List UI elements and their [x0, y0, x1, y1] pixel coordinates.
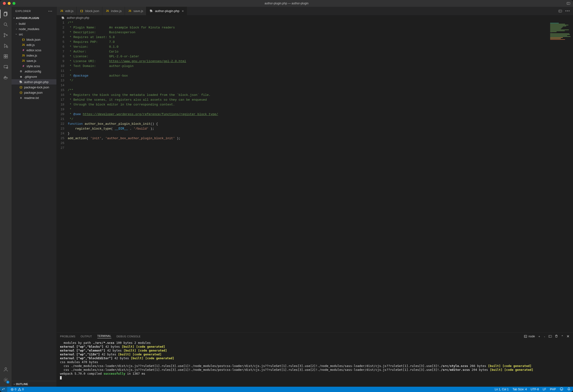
- terminal-shell-label[interactable]: node: [524, 335, 535, 338]
- status-eol[interactable]: LF: [543, 388, 546, 391]
- tree-item-label: package.json: [24, 91, 56, 94]
- svg-rect-12: [6, 57, 7, 58]
- window-close-button[interactable]: [3, 2, 6, 5]
- terminal-dropdown-icon[interactable]: ⌄: [544, 335, 546, 338]
- window-minimize-button[interactable]: [8, 2, 11, 5]
- close-panel-icon[interactable]: ✕: [567, 334, 570, 339]
- tree-item-label: edit.js: [27, 43, 56, 47]
- tree-folder[interactable]: ›node_modules: [12, 26, 56, 32]
- tree-file[interactable]: ≡readme.txt: [12, 95, 56, 101]
- status-feedback-icon[interactable]: [560, 387, 563, 392]
- chevron-icon: ›: [15, 27, 18, 30]
- tree-item-label: build: [19, 22, 56, 26]
- svg-point-6: [6, 35, 7, 36]
- svg-point-23: [560, 388, 563, 390]
- tree-file[interactable]: 🐘author-plugin.php: [12, 79, 56, 85]
- breadcrumb-file: author-plugin.php: [67, 16, 89, 19]
- activity-settings[interactable]: 1: [0, 375, 12, 385]
- maximize-panel-icon[interactable]: ⌃: [561, 335, 564, 338]
- svg-rect-21: [524, 335, 527, 337]
- tab-label: author-plugin.php: [155, 9, 179, 13]
- status-tab-size[interactable]: Tab Size: 4: [513, 388, 527, 391]
- activity-search[interactable]: [0, 19, 12, 30]
- editor-tab[interactable]: JSindex.js: [102, 7, 125, 15]
- editor-tab[interactable]: 🐘author-plugin.php×: [146, 7, 187, 15]
- chevron-icon: ›: [15, 33, 18, 36]
- tree-file[interactable]: #editor.scss: [12, 48, 56, 53]
- svg-point-8: [6, 47, 8, 48]
- tab-output[interactable]: OUTPUT: [81, 335, 92, 338]
- tree-file[interactable]: ◆.gitignore: [12, 74, 56, 79]
- status-language[interactable]: PHP: [550, 388, 556, 391]
- tree-file[interactable]: {}package.json: [12, 90, 56, 95]
- kill-terminal-icon[interactable]: [555, 334, 558, 339]
- svg-rect-16: [5, 77, 5, 78]
- svg-point-4: [4, 33, 5, 34]
- status-notifications-icon[interactable]: [567, 387, 571, 392]
- svg-rect-9: [4, 55, 5, 56]
- svg-rect-15: [4, 77, 5, 78]
- svg-rect-1: [4, 13, 7, 16]
- tree-folder[interactable]: ›build: [12, 21, 56, 26]
- tree-file[interactable]: ⚙.editorconfig: [12, 69, 56, 74]
- new-terminal-icon[interactable]: ＋: [538, 334, 541, 339]
- terminal-output[interactable]: modules by path ./src/*.scss 100 bytes 2…: [57, 340, 573, 387]
- layout-control-icon[interactable]: [567, 2, 570, 5]
- breadcrumbs[interactable]: 🐘 author-plugin.php: [57, 15, 573, 20]
- svg-line-3: [6, 25, 8, 27]
- status-line-col[interactable]: Ln 1, Col 1: [495, 388, 509, 391]
- tree-file[interactable]: JSsave.js: [12, 58, 56, 63]
- activity-run-debug[interactable]: [0, 40, 12, 51]
- status-encoding[interactable]: UTF-8: [531, 388, 539, 391]
- split-editor-icon[interactable]: [558, 10, 562, 12]
- panel-tabs: PROBLEMS OUTPUT TERMINAL DEBUG CONSOLE n…: [57, 333, 573, 340]
- editor-tab[interactable]: {}block.json: [77, 7, 102, 15]
- activity-accounts[interactable]: [0, 364, 12, 375]
- tab-close-icon[interactable]: ×: [182, 9, 184, 13]
- explorer-more-icon[interactable]: •••: [48, 10, 53, 13]
- activity-remote-explorer[interactable]: [0, 62, 12, 72]
- remote-window-button[interactable]: [0, 387, 7, 392]
- activity-explorer[interactable]: [0, 9, 12, 19]
- tab-label: save.js: [133, 9, 143, 13]
- outline-section-header[interactable]: › OUTLINE: [12, 381, 56, 387]
- editor-more-icon[interactable]: •••: [565, 9, 570, 13]
- php-icon: 🐘: [61, 16, 65, 19]
- code-editor[interactable]: 1234567891011121314151617181920212223242…: [57, 20, 573, 333]
- tab-terminal[interactable]: TERMINAL: [97, 334, 111, 338]
- outline-title: OUTLINE: [16, 383, 28, 386]
- tab-problems[interactable]: PROBLEMS: [60, 335, 75, 338]
- tree-folder[interactable]: ›src: [12, 32, 56, 37]
- tree-item-label: block.json: [27, 38, 56, 41]
- tree-file[interactable]: JSindex.js: [12, 53, 56, 58]
- tab-label: edit.js: [65, 9, 73, 13]
- minimap[interactable]: [550, 22, 572, 39]
- tree-file[interactable]: {}block.json: [12, 37, 56, 42]
- tree-file[interactable]: JSedit.js: [12, 42, 56, 48]
- tab-label: index.js: [111, 9, 122, 13]
- window-zoom-button[interactable]: [13, 2, 16, 5]
- svg-rect-11: [4, 57, 5, 58]
- tree-item-label: style.scss: [27, 64, 56, 68]
- tree-item-label: src: [19, 33, 56, 36]
- status-warnings[interactable]: 0: [18, 388, 24, 391]
- svg-point-2: [4, 23, 7, 26]
- editor-tab[interactable]: JSsave.js: [125, 7, 146, 15]
- tree-item-label: package-lock.json: [24, 85, 56, 89]
- tab-label: block.json: [85, 9, 99, 13]
- tree-file[interactable]: {}package-lock.json: [12, 85, 56, 90]
- activity-extensions[interactable]: [0, 51, 12, 62]
- tree-item-label: author-plugin.php: [24, 80, 56, 84]
- tree-file[interactable]: #style.scss: [12, 63, 56, 69]
- tab-debug-console[interactable]: DEBUG CONSOLE: [117, 335, 141, 338]
- split-terminal-icon[interactable]: [548, 335, 552, 338]
- window-title: author-plugin.php — author-plugin: [265, 2, 308, 5]
- status-errors[interactable]: 0: [11, 388, 16, 391]
- editor-tab[interactable]: JSedit.js: [57, 7, 77, 15]
- tree-item-label: .editorconfig: [24, 69, 56, 73]
- explorer-title: EXPLORER: [16, 10, 31, 13]
- file-tree: ›build›node_modules›src{}block.jsonJSedi…: [12, 21, 56, 381]
- activity-source-control[interactable]: [0, 30, 12, 40]
- folder-section-header[interactable]: › AUTHOR-PLUGIN: [12, 15, 56, 21]
- activity-docker[interactable]: [0, 72, 12, 83]
